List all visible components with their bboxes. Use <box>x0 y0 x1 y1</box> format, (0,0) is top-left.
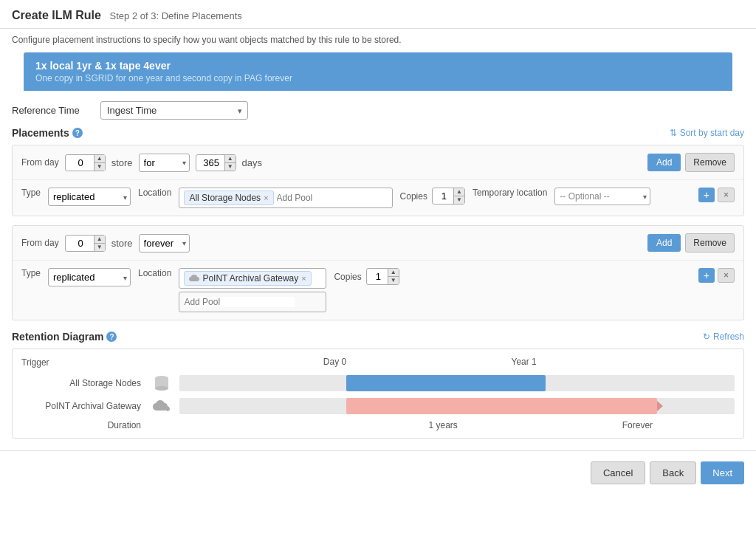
retention-help-icon[interactable]: ? <box>106 332 117 342</box>
retention-diagram-section: Retention Diagram ? ↻ Refresh Trigger Da… <box>12 331 744 439</box>
cylinder-icon-1 <box>154 374 169 392</box>
sort-icon: ⇅ <box>670 128 677 138</box>
copies-spin-down-1[interactable]: ▼ <box>453 196 464 204</box>
cloud-icon-tag-2 <box>189 275 199 282</box>
svg-point-2 <box>155 386 168 391</box>
main-content: Reference Time Ingest Time Last Access T… <box>0 91 756 450</box>
sort-by-start-day-link[interactable]: ⇅ Sort by start day <box>670 128 744 138</box>
location-box-1: All Storage Nodes × <box>179 188 392 208</box>
placement-1-detail-row: Type replicated erasure coded Location A… <box>13 180 743 216</box>
reference-time-select[interactable]: Ingest Time Last Access Time Noncurrent … <box>100 101 248 120</box>
remove-button-2[interactable]: Remove <box>685 233 735 253</box>
location-label-1: Location <box>138 188 171 198</box>
duration-unit-1: days <box>242 157 262 168</box>
type-label-1: Type <box>21 188 41 198</box>
copies-spin-up-1[interactable]: ▲ <box>453 188 464 196</box>
duration-1years: 1 years <box>346 420 540 430</box>
footer-actions: Cancel Back Next <box>0 450 756 495</box>
location-tag-text-1: All Storage Nodes <box>189 193 261 203</box>
placements-section-header: Placements ? ⇅ Sort by start day <box>12 127 744 139</box>
copies-input-wrap-1: ▲ ▼ <box>432 188 465 205</box>
store-select-wrap-1: for forever <box>139 154 190 172</box>
diagram-row-2-label: PoINT Archival Gateway <box>21 401 147 411</box>
placement-2-detail-row: Type replicated erasure coded Location <box>13 261 743 320</box>
store-select-2[interactable]: for forever <box>139 234 190 253</box>
copies-label-1: Copies <box>400 191 427 202</box>
copies-spin-1: ▲ ▼ <box>453 188 464 204</box>
from-day-label-1: From day <box>21 157 59 168</box>
location-label-2: Location <box>138 268 171 278</box>
type-select-1[interactable]: replicated erasure coded <box>48 188 131 206</box>
page-container: Create ILM Rule Step 2 of 3: Define Plac… <box>0 0 756 553</box>
page-description: Configure placement instructions to spec… <box>0 29 756 52</box>
copies-label-2: Copies <box>334 272 361 282</box>
from-day-spin-down-2[interactable]: ▼ <box>94 244 105 251</box>
add-pool-input-2[interactable] <box>184 297 295 307</box>
from-day-spin-up-1[interactable]: ▲ <box>94 155 105 163</box>
location-tag-remove-2[interactable]: × <box>301 274 306 283</box>
rule-header: 1x local 1yr & 1x tape 4ever One copy in… <box>24 52 732 91</box>
retention-header: Retention Diagram ? ↻ Refresh <box>12 331 744 343</box>
remove-row-btn-1[interactable]: × <box>718 188 735 202</box>
reference-time-select-wrapper: Ingest Time Last Access Time Noncurrent … <box>100 101 248 120</box>
copies-spin-up-2[interactable]: ▲ <box>388 269 399 277</box>
duration-spin-down-1[interactable]: ▼ <box>224 163 236 171</box>
from-day-label-2: From day <box>21 238 59 248</box>
store-label-1: store <box>111 157 133 168</box>
add-pool-box-2 <box>179 292 326 312</box>
rule-subtitle: One copy in SGRID for one year and secon… <box>35 73 721 83</box>
type-select-wrap-2: replicated erasure coded <box>48 268 131 286</box>
store-select-wrap-2: for forever <box>139 234 190 253</box>
copies-wrap-2: Copies ▲ ▼ <box>334 268 399 285</box>
copies-spin-2: ▲ ▼ <box>388 269 399 284</box>
page-header: Create ILM Rule Step 2 of 3: Define Plac… <box>0 0 756 29</box>
add-button-1[interactable]: Add <box>647 154 681 171</box>
reference-time-label: Reference Time <box>12 105 100 116</box>
duration-input-wrap-1: ▲ ▼ <box>196 154 236 171</box>
location-tag-1: All Storage Nodes × <box>184 190 273 205</box>
location-tag-remove-1[interactable]: × <box>264 193 268 202</box>
duration-row: Duration 1 years Forever <box>21 420 735 430</box>
copies-input-wrap-2: ▲ ▼ <box>366 268 399 285</box>
location-box-2: PoINT Archival Gateway × <box>179 268 326 289</box>
from-day-spin-down-1[interactable]: ▼ <box>94 163 105 171</box>
temp-location-select-1[interactable]: -- Optional -- <box>554 188 650 205</box>
copies-wrap-1: Copies ▲ ▼ <box>400 188 465 205</box>
reference-time-row: Reference Time Ingest Time Last Access T… <box>12 91 744 127</box>
add-row-btn-1[interactable]: + <box>698 188 715 202</box>
refresh-icon: ↻ <box>703 332 710 342</box>
cancel-button[interactable]: Cancel <box>591 461 645 484</box>
bar-fill-1 <box>346 375 546 391</box>
placement-block-1: From day ▲ ▼ store for forever <box>12 145 744 216</box>
day0-label: Day 0 <box>323 357 346 367</box>
year1-label: Year 1 <box>512 357 537 367</box>
from-day-spin-up-2[interactable]: ▲ <box>94 236 105 244</box>
placements-help-icon[interactable]: ? <box>72 128 83 138</box>
placement-1-actions: Add Remove <box>647 153 735 172</box>
from-day-spin-2: ▲ ▼ <box>94 236 105 251</box>
copies-spin-down-2[interactable]: ▼ <box>388 277 399 284</box>
page-title: Create ILM Rule <box>12 9 101 21</box>
type-select-wrap-1: replicated erasure coded <box>48 188 131 206</box>
placement-1-from-row: From day ▲ ▼ store for forever <box>13 145 743 180</box>
from-day-input-wrap-1: ▲ ▼ <box>65 154 106 171</box>
duration-spin-up-1[interactable]: ▲ <box>224 155 236 163</box>
retention-diagram: Trigger Day 0 Year 1 All Storage Nodes <box>12 348 744 439</box>
temp-location-label-1: Temporary location <box>472 188 547 198</box>
back-button[interactable]: Back <box>650 461 696 484</box>
add-row-btn-2[interactable]: + <box>698 268 715 283</box>
diagram-row-1: All Storage Nodes <box>21 374 735 392</box>
remove-button-1[interactable]: Remove <box>685 153 735 172</box>
trigger-header: Trigger <box>21 357 147 368</box>
bar-fill-2 <box>346 398 657 414</box>
add-button-2[interactable]: Add <box>647 234 681 252</box>
next-button[interactable]: Next <box>701 461 744 484</box>
remove-row-btn-2[interactable]: × <box>718 268 735 283</box>
store-select-1[interactable]: for forever <box>139 154 190 172</box>
refresh-link[interactable]: ↻ Refresh <box>703 332 744 342</box>
cloud-icon-2 <box>153 400 171 412</box>
placement-block-2: From day ▲ ▼ store for forever Add <box>12 225 744 320</box>
add-pool-input-1[interactable] <box>277 193 388 203</box>
rule-title: 1x local 1yr & 1x tape 4ever <box>35 60 721 72</box>
type-select-2[interactable]: replicated erasure coded <box>48 268 131 286</box>
